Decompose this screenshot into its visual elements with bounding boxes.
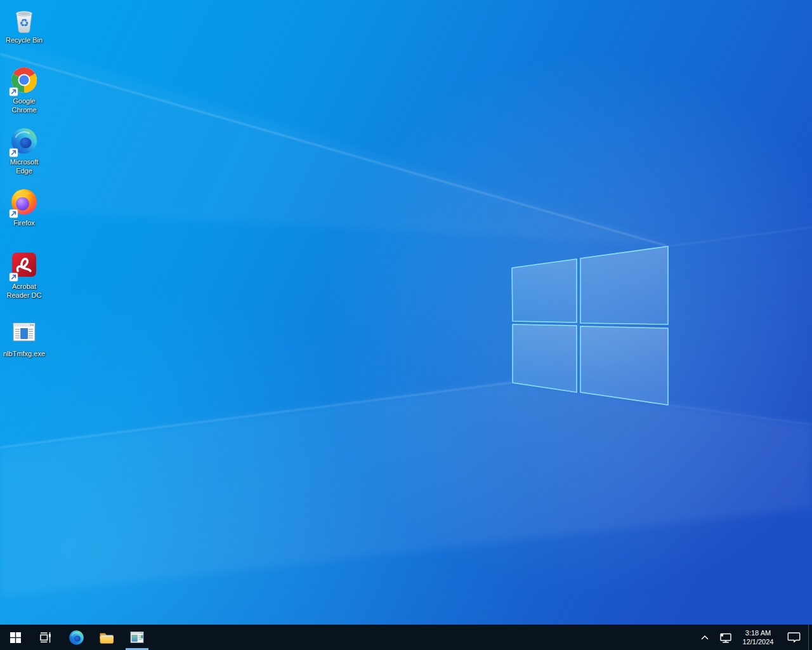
show-desktop-button[interactable] [808, 625, 812, 650]
task-view-icon [39, 630, 53, 644]
wallpaper-image [0, 0, 812, 650]
desktop-icon-google-chrome[interactable]: Google Chrome [0, 66, 48, 115]
app-window-taskbar-button[interactable] [122, 625, 152, 650]
desktop-icon-label: Recycle Bin [6, 36, 43, 45]
taskbar: 3:18 AM 12/1/2024 [0, 625, 812, 650]
edge-taskbar-button[interactable] [61, 625, 91, 650]
desktop-icon-recycle-bin[interactable]: ♻ Recycle Bin [0, 5, 48, 45]
desktop-icon-label: Firefox [13, 219, 35, 228]
tray-overflow-button[interactable] [695, 625, 714, 650]
taskbar-clock[interactable]: 3:18 AM 12/1/2024 [737, 625, 779, 650]
task-view-button[interactable] [30, 625, 61, 650]
chevron-up-icon [700, 634, 709, 640]
windows-logo-icon [10, 632, 21, 643]
windows-desktop[interactable]: ♻ Recycle Bin Google Chrome [0, 0, 812, 650]
action-center-button[interactable] [779, 625, 808, 650]
desktop-icon-microsoft-edge[interactable]: Microsoft Edge [0, 127, 48, 176]
desktop-icon-firefox[interactable]: Firefox [0, 188, 48, 228]
desktop-icon-label: Google Chrome [1, 97, 47, 115]
edge-icon [68, 629, 85, 646]
clock-time: 3:18 AM [745, 628, 771, 637]
firefox-icon [9, 188, 39, 218]
svg-text:♻: ♻ [19, 17, 29, 29]
file-explorer-button[interactable] [91, 625, 122, 650]
acrobat-reader-icon [9, 251, 39, 282]
application-window-icon [129, 629, 145, 646]
clock-date: 12/1/2024 [743, 637, 774, 646]
desktop-icon-label: nlbTmfxg.exe [3, 350, 45, 359]
network-icon [719, 632, 732, 644]
network-tray-button[interactable] [714, 625, 737, 650]
recycle-bin-icon: ♻ [9, 5, 39, 36]
file-explorer-icon [98, 629, 115, 646]
notification-icon [787, 632, 801, 644]
start-button[interactable] [0, 625, 30, 650]
desktop-icon-nlbtmfxg-exe[interactable]: nlbTmfxg.exe [0, 319, 48, 359]
desktop-icon-label: Acrobat Reader DC [1, 282, 47, 300]
edge-icon [9, 127, 39, 157]
system-tray: 3:18 AM 12/1/2024 [695, 625, 812, 650]
desktop-icon-acrobat-reader[interactable]: Acrobat Reader DC [0, 251, 48, 300]
application-window-icon [9, 319, 39, 349]
chrome-icon [9, 66, 39, 96]
desktop-icon-label: Microsoft Edge [1, 158, 47, 176]
